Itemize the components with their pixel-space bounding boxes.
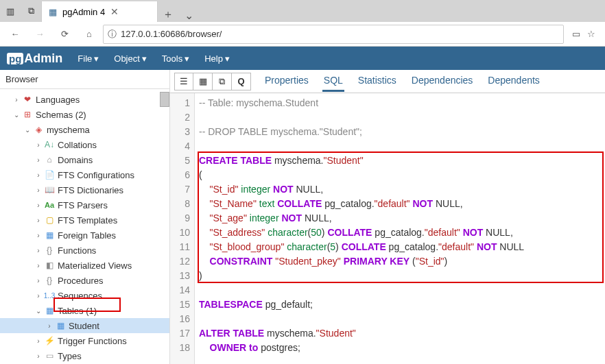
chevron-down-icon: ▾	[225, 53, 230, 64]
all-rows-button[interactable]: ▦	[193, 73, 213, 90]
tree-node-trigger-fn[interactable]: ›⚡Trigger Functions	[0, 333, 169, 348]
tree-node-student[interactable]: ›▦Student	[0, 318, 169, 333]
chevron-down-icon: ▾	[185, 53, 189, 64]
fts-templates-icon: ▢	[44, 215, 55, 225]
sidebar-title: Browser	[0, 70, 169, 89]
chevron-right-icon: ›	[34, 217, 43, 224]
content-toolbar: ☰ ▦ ⧉ Q Properties SQL Statistics Depend…	[170, 70, 605, 93]
foreign-tables-icon: ▦	[44, 230, 55, 240]
tab-actions-button[interactable]: ⌄	[178, 9, 199, 22]
domains-icon: ⌂	[44, 155, 55, 165]
close-tab-icon[interactable]: ✕	[110, 6, 119, 17]
tree-node-procedures[interactable]: ›{}Procedures	[0, 273, 169, 288]
code-lines[interactable]: -- Table: myschema.Student -- DROP TABLE…	[195, 93, 528, 364]
tab-properties[interactable]: Properties	[263, 71, 310, 92]
chevron-right-icon: ›	[34, 262, 43, 269]
back-button[interactable]: ←	[4, 23, 26, 45]
browser-tabstrip: ▦ pgAdmin 4 ✕ ＋ ⌄	[41, 0, 605, 22]
chevron-down-icon: ▾	[142, 53, 147, 64]
chevron-right-icon: ›	[34, 171, 43, 179]
chevron-right-icon: ›	[34, 352, 43, 360]
window-titlebar: ▥ ⧉ ▦ pgAdmin 4 ✕ ＋ ⌄	[0, 0, 605, 22]
object-tree: ›❤Languages ⌄⊞Schemas (2) ⌄◈myschema ›A↓…	[0, 89, 169, 364]
menu-object[interactable]: Object▾	[108, 47, 152, 70]
tab-favicon: ▦	[49, 7, 57, 17]
chevron-right-icon: ›	[45, 322, 54, 330]
search-button[interactable]: Q	[232, 73, 251, 90]
tree-node-tables[interactable]: ⌄▦Tables (1)	[0, 303, 169, 318]
chevron-right-icon: ›	[34, 232, 43, 239]
sql-code-area: 123456789101112131415161718 -- Table: my…	[170, 93, 605, 364]
menu-tools[interactable]: Tools▾	[156, 47, 195, 70]
chevron-right-icon: ›	[34, 141, 43, 149]
pgadmin-logo: pgAdmin	[7, 51, 62, 66]
chevron-right-icon: ›	[34, 292, 43, 300]
tree-node-types[interactable]: ›▭Types	[0, 348, 169, 363]
count-rows-button[interactable]: ⧉	[213, 73, 232, 90]
tree-node-fts-parsers[interactable]: ›AaFTS Parsers	[0, 197, 169, 213]
chevron-right-icon: ›	[34, 277, 43, 284]
chevron-down-icon: ⌄	[23, 126, 32, 134]
chevron-down-icon: ⌄	[12, 111, 21, 119]
browser-tab-pgadmin[interactable]: ▦ pgAdmin 4 ✕	[41, 1, 158, 22]
tree-node-mat-views[interactable]: ›◧Materialized Views	[0, 258, 169, 273]
chevron-right-icon: ›	[34, 202, 43, 209]
chevron-down-icon: ▾	[94, 53, 99, 64]
logo-pg: pg	[7, 53, 23, 64]
address-bar[interactable]: ⓘ 127.0.0.1:60686/browser/	[103, 25, 564, 44]
tree-node-fts-templates[interactable]: ›▢FTS Templates	[0, 213, 169, 228]
nav-right-icons: ▭ ☆	[567, 29, 601, 39]
filtered-rows-button[interactable]: ☰	[174, 73, 193, 90]
languages-icon: ❤	[22, 95, 33, 104]
fts-dict-icon: 📖	[44, 185, 55, 195]
functions-icon: {}	[44, 245, 55, 255]
chevron-right-icon: ›	[34, 337, 43, 345]
menu-help[interactable]: Help▾	[199, 47, 235, 70]
tree-node-functions[interactable]: ›{}Functions	[0, 243, 169, 258]
new-tab-button[interactable]: ＋	[158, 8, 178, 22]
procedures-icon: {}	[44, 276, 55, 285]
tree-node-sequences[interactable]: ›1..3Sequences	[0, 288, 169, 303]
tree-node-myschema[interactable]: ⌄◈myschema	[0, 122, 169, 137]
toolbar-button-group: ☰ ▦ ⧉ Q	[170, 73, 255, 90]
tree-node-collations[interactable]: ›A↓Collations	[0, 137, 169, 152]
types-icon: ▭	[44, 351, 55, 361]
reading-view-icon[interactable]: ▭	[572, 29, 580, 39]
fts-config-icon: 📄	[44, 170, 55, 180]
logo-admin: Admin	[24, 51, 62, 66]
tab-dependents[interactable]: Dependents	[486, 71, 541, 92]
tree-node-languages[interactable]: ›❤Languages	[0, 92, 169, 107]
tree-node-fts-conf[interactable]: ›📄FTS Configurations	[0, 167, 169, 182]
recent-sites-button[interactable]: ▥	[0, 0, 21, 22]
tree-wrap: ›❤Languages ⌄⊞Schemas (2) ⌄◈myschema ›A↓…	[0, 89, 169, 364]
collations-icon: A↓	[44, 140, 55, 149]
tab-sql[interactable]: SQL	[322, 71, 344, 92]
site-info-icon[interactable]: ⓘ	[108, 28, 117, 40]
chevron-right-icon: ›	[34, 156, 43, 164]
line-gutter: 123456789101112131415161718	[170, 93, 195, 364]
scrollbar-thumb[interactable]	[160, 92, 169, 107]
chevron-right-icon: ›	[34, 247, 43, 254]
pgadmin-header: pgAdmin File▾ Object▾ Tools▾ Help▾	[0, 47, 605, 70]
set-aside-tabs-button[interactable]: ⧉	[21, 0, 41, 22]
main-row: Browser ›❤Languages ⌄⊞Schemas (2) ⌄◈mysc…	[0, 70, 605, 364]
refresh-button[interactable]: ⟳	[54, 23, 75, 45]
home-button[interactable]: ⌂	[78, 23, 100, 45]
tab-statistics[interactable]: Statistics	[357, 71, 398, 92]
tree-node-domains[interactable]: ›⌂Domains	[0, 152, 169, 167]
chevron-down-icon: ⌄	[34, 307, 43, 315]
sequences-icon: 1..3	[44, 292, 55, 300]
favorites-icon[interactable]: ☆	[587, 29, 595, 39]
chevron-right-icon: ›	[12, 96, 21, 104]
browser-nav-row: ← → ⟳ ⌂ ⓘ 127.0.0.1:60686/browser/ ▭ ☆	[0, 22, 605, 47]
url-text: 127.0.0.1:60686/browser/	[121, 29, 559, 39]
table-icon: ▦	[55, 321, 66, 330]
sidebar: Browser ›❤Languages ⌄⊞Schemas (2) ⌄◈mysc…	[0, 70, 170, 364]
menu-file[interactable]: File▾	[72, 47, 104, 70]
tab-dependencies[interactable]: Dependencies	[410, 71, 475, 92]
fts-parsers-icon: Aa	[44, 201, 55, 209]
forward-button[interactable]: →	[29, 23, 51, 45]
tree-node-fts-dict[interactable]: ›📖FTS Dictionaries	[0, 182, 169, 197]
tree-node-foreign-tables[interactable]: ›▦Foreign Tables	[0, 228, 169, 243]
tree-node-schemas[interactable]: ⌄⊞Schemas (2)	[0, 107, 169, 122]
